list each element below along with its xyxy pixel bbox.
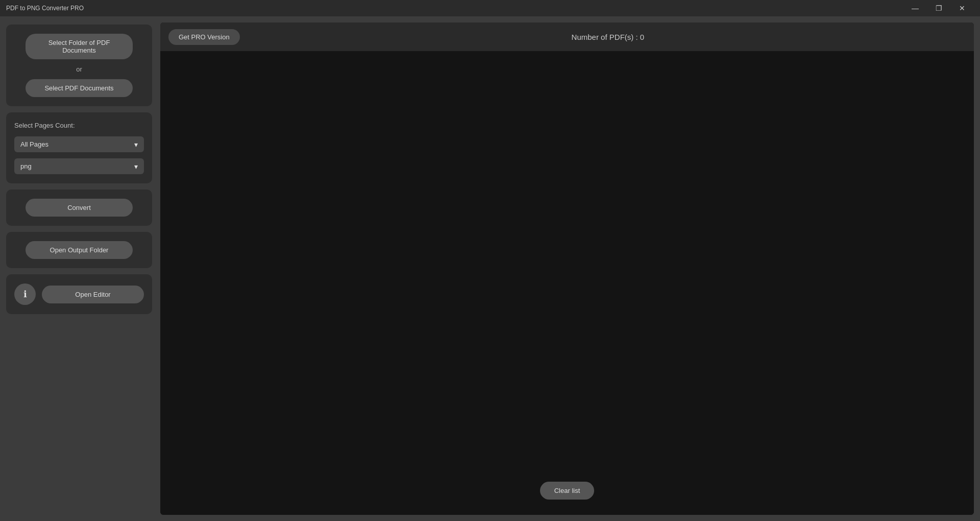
content-inner: Get PRO Version Number of PDF(s) : 0 Cle… bbox=[160, 22, 974, 515]
content-topbar: Get PRO Version Number of PDF(s) : 0 bbox=[160, 22, 974, 51]
pages-format-panel: Select Pages Count: All Pages First Page… bbox=[6, 112, 152, 183]
convert-button[interactable]: Convert bbox=[26, 199, 133, 217]
info-button[interactable]: ℹ bbox=[14, 283, 36, 305]
sidebar: Select Folder of PDF Documents or Select… bbox=[0, 16, 158, 521]
pages-select-wrapper: All Pages First Page Last Page Custom bbox=[14, 136, 144, 152]
pages-select[interactable]: All Pages First Page Last Page Custom bbox=[14, 136, 144, 152]
close-button[interactable]: ✕ bbox=[950, 0, 974, 16]
convert-panel: Convert bbox=[6, 190, 152, 226]
info-editor-panel: ℹ Open Editor bbox=[6, 274, 152, 314]
app-title: PDF to PNG Converter PRO bbox=[6, 5, 84, 12]
pages-count-label: Select Pages Count: bbox=[14, 122, 75, 129]
main-layout: Select Folder of PDF Documents or Select… bbox=[0, 16, 980, 521]
window-controls: — ❐ ✕ bbox=[903, 0, 974, 16]
pdf-count-label: Number of PDF(s) : 0 bbox=[250, 33, 966, 41]
title-bar: PDF to PNG Converter PRO — ❐ ✕ bbox=[0, 0, 980, 16]
open-output-folder-button[interactable]: Open Output Folder bbox=[26, 241, 133, 259]
select-folder-button[interactable]: Select Folder of PDF Documents bbox=[26, 34, 133, 59]
file-list-area: Clear list bbox=[160, 51, 974, 515]
or-label: or bbox=[76, 65, 82, 73]
output-folder-panel: Open Output Folder bbox=[6, 232, 152, 268]
maximize-button[interactable]: ❐ bbox=[927, 0, 950, 16]
format-select[interactable]: png jpg bmp tiff bbox=[14, 158, 144, 174]
minimize-button[interactable]: — bbox=[903, 0, 927, 16]
clear-list-button[interactable]: Clear list bbox=[540, 482, 595, 500]
content-area: Get PRO Version Number of PDF(s) : 0 Cle… bbox=[158, 16, 980, 521]
open-editor-button[interactable]: Open Editor bbox=[42, 286, 144, 303]
get-pro-button[interactable]: Get PRO Version bbox=[168, 29, 240, 45]
select-documents-button[interactable]: Select PDF Documents bbox=[26, 79, 133, 97]
file-selection-panel: Select Folder of PDF Documents or Select… bbox=[6, 25, 152, 106]
bottom-panel-row: ℹ Open Editor bbox=[14, 283, 144, 305]
format-select-wrapper: png jpg bmp tiff bbox=[14, 158, 144, 174]
